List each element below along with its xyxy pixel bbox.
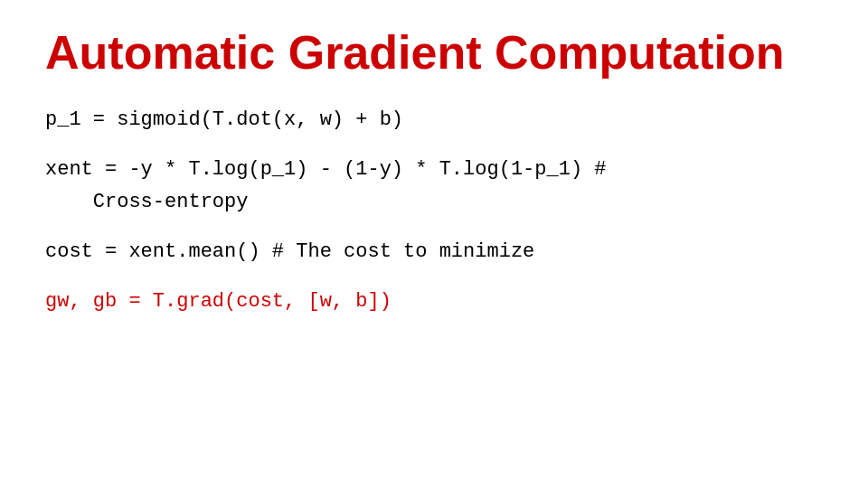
code-group-1: p_1 = sigmoid(T.dot(x, w) + b): [45, 104, 823, 136]
code-line-p1: p_1 = sigmoid(T.dot(x, w) + b): [45, 104, 823, 136]
code-group-3: cost = xent.mean() # The cost to minimiz…: [45, 236, 823, 267]
code-line-grad: gw, gb = T.grad(cost, [w, b]): [45, 286, 823, 317]
slide-title: Automatic Gradient Computation: [45, 27, 823, 79]
slide-container: Automatic Gradient Computation p_1 = sig…: [0, 0, 868, 488]
code-line-cost: cost = xent.mean() # The cost to minimiz…: [45, 236, 823, 267]
code-line-xent-2: Cross-entropy: [45, 186, 823, 218]
code-block: p_1 = sigmoid(T.dot(x, w) + b) xent = -y…: [45, 104, 823, 335]
code-line-xent-1: xent = -y * T.log(p_1) - (1-y) * T.log(1…: [45, 154, 823, 185]
code-group-4: gw, gb = T.grad(cost, [w, b]): [45, 286, 823, 317]
code-group-2: xent = -y * T.log(p_1) - (1-y) * T.log(1…: [45, 154, 823, 217]
